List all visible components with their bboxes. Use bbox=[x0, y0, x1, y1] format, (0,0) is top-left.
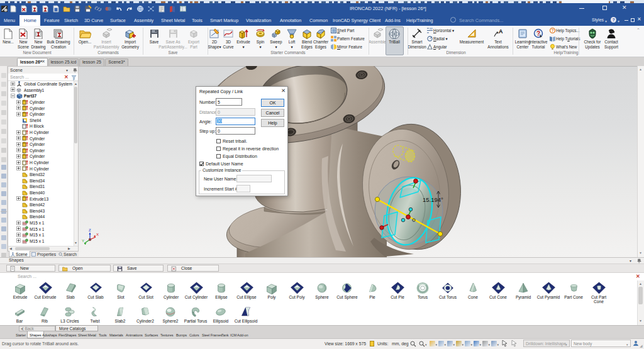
svg-text:15.194°: 15.194° bbox=[423, 196, 443, 203]
svg-text:Z: Z bbox=[89, 228, 91, 232]
svg-text:Y: Y bbox=[82, 239, 84, 243]
svg-text:?: ? bbox=[552, 28, 554, 33]
svg-text:?: ? bbox=[536, 30, 540, 37]
svg-text:X: X bbox=[96, 233, 99, 236]
svg-text:A: A bbox=[499, 28, 503, 35]
